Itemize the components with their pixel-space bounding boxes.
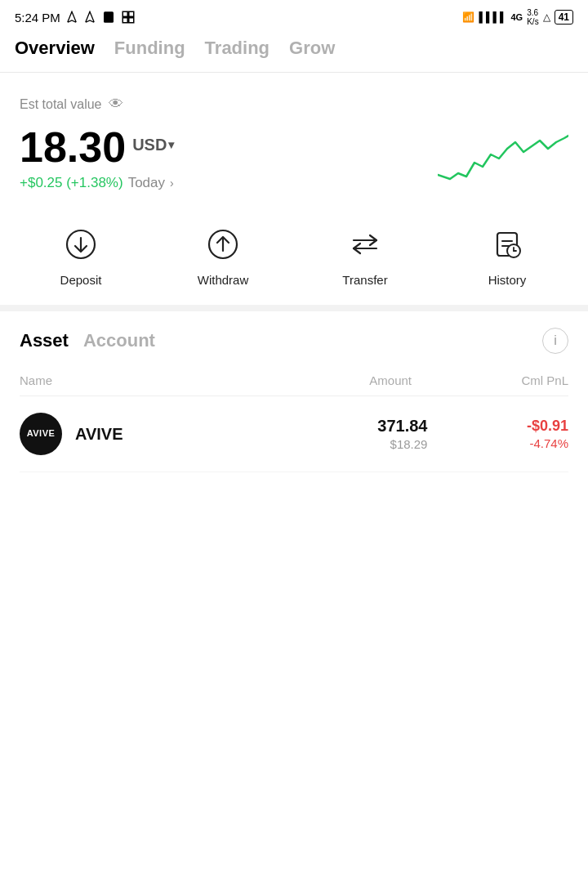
nav-icon-2 bbox=[83, 11, 96, 24]
total-value-display: 18.30 USD ▾ bbox=[20, 126, 174, 168]
withdraw-icon bbox=[207, 228, 239, 261]
daily-change-row[interactable]: +$0.25 (+1.38%) Today › bbox=[20, 175, 174, 191]
today-label: Today bbox=[128, 175, 165, 191]
change-value: +$0.25 (+1.38%) bbox=[20, 175, 123, 191]
asset-tabs-row: Asset Account i bbox=[20, 328, 568, 354]
est-label-row: Est total value 👁 bbox=[20, 96, 568, 113]
today-chevron-icon: › bbox=[170, 177, 174, 190]
withdraw-icon-wrap bbox=[201, 222, 245, 266]
tab-grow[interactable]: Grow bbox=[289, 38, 335, 60]
svg-rect-0 bbox=[104, 11, 114, 23]
currency-label: USD bbox=[132, 136, 167, 153]
deposit-icon bbox=[65, 228, 97, 261]
total-value-left: 18.30 USD ▾ +$0.25 (+1.38%) Today › bbox=[20, 126, 174, 191]
speed-label: 3.6K/s bbox=[527, 8, 538, 26]
deposit-button[interactable]: Deposit bbox=[48, 222, 114, 287]
value-number: 18.30 bbox=[20, 126, 126, 168]
asset-pnl-pct: -4.74% bbox=[427, 436, 568, 450]
nav-icon bbox=[65, 11, 78, 24]
sparkline-chart bbox=[438, 118, 568, 191]
overview-section: Est total value 👁 18.30 USD ▾ +$0.25 (+1… bbox=[0, 73, 588, 208]
grid-icon bbox=[121, 10, 136, 25]
history-icon-wrap bbox=[485, 222, 529, 266]
section-divider bbox=[0, 305, 588, 311]
asset-table-header: Name Amount Cml PnL bbox=[20, 369, 568, 396]
tab-trading[interactable]: Trading bbox=[205, 38, 270, 60]
svg-rect-2 bbox=[129, 11, 134, 16]
col-header-name: Name bbox=[20, 373, 216, 387]
alert-icon: △ bbox=[543, 11, 550, 23]
time-display: 5:24 PM bbox=[15, 11, 60, 25]
history-icon bbox=[491, 228, 523, 261]
battery-icon: 41 bbox=[555, 10, 573, 25]
asset-pnl-main: -$0.91 bbox=[427, 418, 568, 435]
transfer-icon bbox=[349, 228, 381, 261]
svg-rect-4 bbox=[129, 18, 134, 23]
bars-icon: ▌▌▌▌ bbox=[479, 11, 506, 23]
asset-amount-col: 371.84 $18.29 bbox=[252, 417, 428, 451]
signal-icon: 📶 bbox=[462, 11, 474, 23]
tab-account[interactable]: Account bbox=[83, 330, 155, 351]
withdraw-button[interactable]: Withdraw bbox=[190, 222, 256, 287]
lte-icon: 4G bbox=[511, 12, 523, 22]
history-button[interactable]: History bbox=[474, 222, 540, 287]
asset-logo-avive: AVIVE bbox=[20, 413, 62, 455]
main-nav: Overview Funding Trading Grow bbox=[0, 31, 588, 73]
asset-amount-usd: $18.29 bbox=[252, 437, 428, 451]
transfer-icon-wrap bbox=[343, 222, 387, 266]
asset-section: Asset Account i Name Amount Cml PnL AVIV… bbox=[0, 311, 588, 472]
asset-amount-main: 371.84 bbox=[252, 417, 428, 436]
est-label-text: Est total value bbox=[20, 97, 102, 112]
tab-asset[interactable]: Asset bbox=[20, 330, 69, 351]
deposit-icon-wrap bbox=[59, 222, 103, 266]
currency-badge[interactable]: USD ▾ bbox=[132, 136, 174, 153]
asset-logo-text: AVIVE bbox=[27, 428, 56, 439]
withdraw-label: Withdraw bbox=[198, 273, 249, 287]
asset-pnl-col: -$0.91 -4.74% bbox=[427, 418, 568, 450]
status-bar: 5:24 PM 📶 ▌▌▌▌ 4G 3.6K/s △ 41 bbox=[0, 0, 588, 31]
sparkline-svg bbox=[438, 118, 568, 191]
action-buttons-row: Deposit Withdraw Transfer bbox=[0, 208, 588, 305]
currency-dropdown-arrow: ▾ bbox=[168, 139, 174, 150]
tab-overview[interactable]: Overview bbox=[15, 38, 95, 60]
svg-rect-1 bbox=[122, 11, 127, 16]
col-header-amount: Amount bbox=[216, 373, 412, 387]
status-time: 5:24 PM bbox=[15, 10, 136, 25]
asset-name: AVIVE bbox=[75, 425, 252, 444]
eye-icon[interactable]: 👁 bbox=[109, 96, 123, 113]
transfer-label: Transfer bbox=[342, 273, 387, 287]
asset-tabs-left: Asset Account bbox=[20, 330, 155, 351]
info-icon[interactable]: i bbox=[542, 328, 568, 354]
history-label: History bbox=[488, 273, 527, 287]
svg-rect-3 bbox=[122, 18, 127, 23]
col-header-pnl: Cml PnL bbox=[412, 373, 568, 387]
asset-row[interactable]: AVIVE AVIVE 371.84 $18.29 -$0.91 -4.74% bbox=[20, 396, 568, 472]
total-value-row: 18.30 USD ▾ +$0.25 (+1.38%) Today › bbox=[20, 118, 568, 191]
sim-icon bbox=[101, 10, 116, 25]
transfer-button[interactable]: Transfer bbox=[332, 222, 398, 287]
tab-funding[interactable]: Funding bbox=[114, 38, 185, 60]
status-right: 📶 ▌▌▌▌ 4G 3.6K/s △ 41 bbox=[462, 8, 573, 26]
deposit-label: Deposit bbox=[60, 273, 102, 287]
